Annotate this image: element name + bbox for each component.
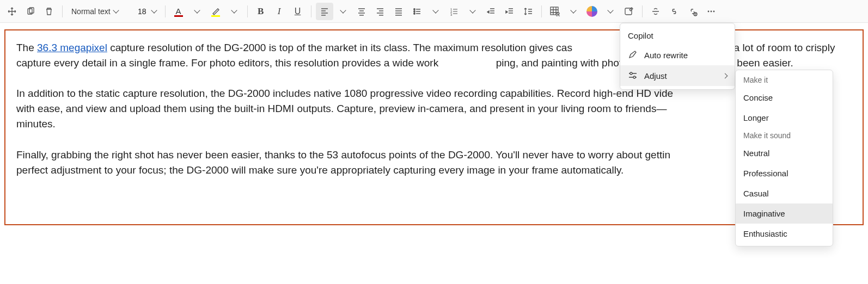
megapixel-link[interactable]: 36.3 megapixel	[37, 42, 107, 53]
font-size-select[interactable]: 18	[133, 3, 161, 20]
adjust-longer[interactable]: Longer	[736, 108, 833, 128]
adjust-neutral[interactable]: Neutral	[736, 143, 833, 163]
text-style-label: Normal text	[71, 7, 111, 16]
bullet-list-dropdown[interactable]	[427, 3, 444, 20]
move-icon[interactable]	[3, 3, 21, 20]
adjust-concise[interactable]: Concise	[736, 88, 833, 108]
chevron-down-icon	[194, 7, 200, 13]
font-color-swatch	[174, 15, 183, 17]
chevron-down-icon	[607, 7, 613, 13]
copilot-icon	[586, 6, 597, 17]
chevron-down-icon	[151, 7, 157, 13]
svg-point-16	[633, 76, 635, 78]
adjust-imaginative[interactable]: Imaginative	[736, 203, 833, 224]
adjust-professional[interactable]: Professional	[736, 163, 833, 183]
delete-icon[interactable]	[40, 3, 58, 20]
separator	[165, 5, 166, 17]
adjust-item[interactable]: Adjust	[620, 65, 735, 86]
chevron-down-icon	[432, 7, 438, 13]
highlight-color-dropdown[interactable]	[225, 3, 243, 20]
bullet-list-button[interactable]	[408, 3, 426, 20]
line-spacing-button[interactable]	[519, 3, 537, 20]
rewrite-button[interactable]	[620, 3, 638, 20]
svg-point-3	[413, 10, 414, 11]
paragraph[interactable]: In addition to the static capture resolu…	[16, 86, 852, 132]
copilot-menu-title: Copilot	[620, 27, 735, 45]
chevron-down-icon	[340, 7, 346, 13]
insert-table-dropdown[interactable]	[565, 3, 582, 20]
menu-item-label: Adjust	[644, 71, 667, 81]
copilot-menu: Copilot Auto rewrite Adjust	[620, 23, 735, 90]
adjust-submenu: Make it Concise Longer Make it sound Neu…	[735, 70, 833, 232]
copy-icon[interactable]	[22, 3, 39, 20]
svg-rect-10	[625, 8, 632, 15]
more-options-button[interactable]	[702, 3, 720, 20]
menu-item-label: Auto rewrite	[644, 51, 688, 60]
submenu-header: Make it	[736, 72, 833, 88]
copilot-dropdown[interactable]	[602, 3, 619, 20]
numbered-list-dropdown[interactable]	[464, 3, 481, 20]
font-size-value: 18	[138, 7, 146, 16]
separator	[247, 5, 248, 17]
clear-formatting-button[interactable]	[684, 3, 701, 20]
separator	[642, 5, 643, 17]
font-color-button[interactable]: A	[170, 3, 187, 20]
align-justify-button[interactable]	[390, 3, 407, 20]
adjust-enthusiastic[interactable]: Enthusiastic	[736, 224, 833, 232]
highlight-color-button[interactable]	[207, 3, 224, 20]
highlight-color-swatch	[211, 15, 220, 17]
chevron-right-icon	[723, 73, 728, 78]
bold-button[interactable]: B	[252, 3, 270, 20]
formatting-toolbar: Normal text 18 A B I U 123	[0, 0, 868, 23]
svg-point-12	[707, 10, 709, 12]
paragraph[interactable]: Finally, grabbing the right shot has nev…	[16, 147, 852, 178]
separator	[311, 5, 311, 17]
align-right-button[interactable]	[371, 3, 389, 20]
svg-point-4	[413, 13, 414, 14]
text-style-select[interactable]: Normal text	[67, 3, 132, 20]
svg-point-15	[630, 72, 632, 75]
submenu-header: Make it sound	[736, 128, 833, 143]
align-dropdown[interactable]	[334, 3, 352, 20]
numbered-list-button[interactable]: 123	[445, 3, 463, 20]
chevron-down-icon	[113, 7, 119, 13]
align-center-button[interactable]	[353, 3, 370, 20]
insert-table-button[interactable]	[546, 3, 564, 20]
strikethrough-button[interactable]	[647, 3, 664, 20]
decrease-indent-button[interactable]	[482, 3, 500, 20]
italic-button[interactable]: I	[271, 3, 288, 20]
link-button[interactable]	[665, 3, 683, 20]
underline-button[interactable]: U	[289, 3, 307, 20]
chevron-down-icon	[570, 7, 576, 13]
align-left-button[interactable]	[316, 3, 333, 20]
auto-rewrite-item[interactable]: Auto rewrite	[620, 45, 735, 65]
font-color-dropdown[interactable]	[188, 3, 206, 20]
separator	[62, 5, 63, 17]
svg-text:3: 3	[450, 13, 453, 16]
increase-indent-button[interactable]	[501, 3, 518, 20]
separator	[541, 5, 542, 17]
svg-point-13	[710, 10, 712, 12]
pen-icon	[628, 50, 638, 60]
chevron-down-icon	[231, 7, 237, 13]
svg-point-14	[713, 10, 714, 12]
sliders-icon	[628, 71, 638, 81]
svg-point-2	[413, 8, 414, 9]
chevron-down-icon	[469, 7, 475, 13]
adjust-casual[interactable]: Casual	[736, 183, 833, 203]
copilot-button[interactable]	[583, 3, 601, 20]
